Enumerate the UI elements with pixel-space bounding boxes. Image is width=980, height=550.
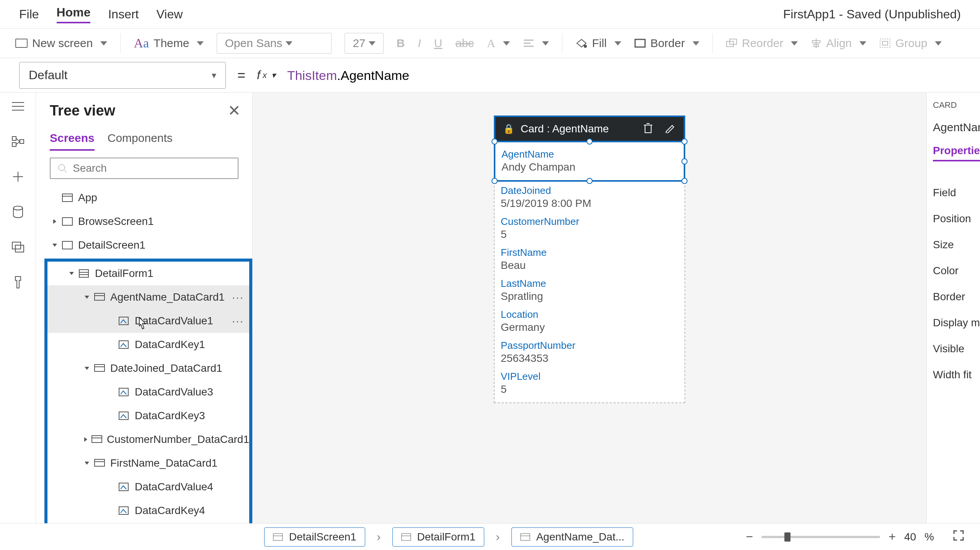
more-icon[interactable]: ··· <box>232 291 244 304</box>
tree-search-input[interactable] <box>50 158 238 179</box>
font-size-select[interactable]: 27 <box>345 33 383 54</box>
zoom-value: 40 <box>904 531 916 543</box>
tree-item-datejoined-datacard1[interactable]: DateJoined_DataCard1 <box>47 356 249 380</box>
menu-file[interactable]: File <box>19 7 39 21</box>
tree-item-datacardkey3[interactable]: DataCardKey3 <box>47 404 249 428</box>
svg-rect-27 <box>62 194 72 202</box>
formula-bar: Default ▾ = fx▾ ThisItem.AgentName <box>0 58 980 93</box>
selected-card-header[interactable]: 🔒 Card : AgentName <box>494 116 685 141</box>
insert-icon[interactable] <box>10 171 26 183</box>
media-icon[interactable] <box>10 241 26 253</box>
strike-button[interactable]: abc <box>456 37 474 50</box>
tree-item-app[interactable]: App <box>36 186 252 210</box>
tab-components[interactable]: Components <box>108 132 173 151</box>
reorder-button[interactable]: Reorder <box>726 37 798 50</box>
form-field-firstname[interactable]: FirstNameBeau <box>501 244 678 275</box>
props-type: CARD <box>933 100 980 110</box>
tree-item-detailform1[interactable]: DetailForm1 <box>47 262 249 285</box>
prop-row-visible[interactable]: Visible <box>933 343 980 355</box>
zoom-out-button[interactable]: − <box>746 530 753 544</box>
selected-data-card[interactable]: AgentNameAndy Champan <box>494 141 685 182</box>
menu-view[interactable]: View <box>157 7 183 21</box>
prop-row-color[interactable]: Color <box>933 265 980 277</box>
prop-row-field[interactable]: Field <box>933 187 980 199</box>
svg-rect-10 <box>880 39 890 47</box>
tree-item-browsescreen1[interactable]: BrowseScreen1 <box>36 210 252 233</box>
more-icon[interactable]: ··· <box>232 314 244 327</box>
font-color-button[interactable]: A <box>487 37 510 50</box>
form-field-datejoined[interactable]: DateJoined5/19/2019 8:00 PM <box>501 182 678 213</box>
search-icon <box>57 163 67 173</box>
form-field-passportnumber[interactable]: PassportNumber25634353 <box>501 337 678 368</box>
border-button[interactable]: Border <box>634 37 699 50</box>
svg-rect-55 <box>402 534 411 540</box>
svg-rect-44 <box>95 459 105 466</box>
tree-item-datacardkey1[interactable]: DataCardKey1 <box>47 333 249 356</box>
zoom-in-button[interactable]: + <box>889 530 896 544</box>
tree-item-lastname-datacard1[interactable]: LastName_DataCard1 <box>47 522 249 523</box>
form-field-customernumber[interactable]: CustomerNumber5 <box>501 213 678 244</box>
tree-item-agentname-datacard1[interactable]: AgentName_DataCard1··· <box>47 285 249 309</box>
form-field-lastname[interactable]: LastNameSpratling <box>501 275 678 306</box>
equals-sign: = <box>237 67 245 83</box>
new-screen-button[interactable]: New screen <box>15 37 107 50</box>
svg-point-3 <box>584 45 587 48</box>
menu-insert[interactable]: Insert <box>108 7 139 21</box>
breadcrumb-0[interactable]: DetailScreen1 <box>264 527 365 547</box>
props-tab-properties[interactable]: Properties <box>933 145 980 161</box>
svg-rect-17 <box>20 140 24 143</box>
tools-icon[interactable] <box>10 276 26 288</box>
data-icon[interactable] <box>10 206 26 218</box>
form-preview: 🔒 Card : AgentName AgentNameAndy Champan… <box>494 116 685 403</box>
menu-bar: File Home Insert View FirstApp1 - Saved … <box>0 0 980 28</box>
tree-view-icon[interactable] <box>10 135 26 148</box>
svg-line-19 <box>16 142 20 145</box>
underline-button[interactable]: U <box>434 37 443 50</box>
tree-item-datacardvalue3[interactable]: DataCardValue3 <box>47 380 249 404</box>
hamburger-icon[interactable] <box>10 100 26 112</box>
italic-button[interactable]: I <box>418 37 421 50</box>
align-button[interactable]: Align <box>811 37 866 50</box>
breadcrumb-2[interactable]: AgentName_Dat... <box>511 527 633 547</box>
svg-rect-42 <box>92 436 102 443</box>
form-field-viplevel[interactable]: VIPLevel5 <box>501 368 678 399</box>
svg-rect-46 <box>119 483 128 491</box>
svg-rect-36 <box>119 317 128 325</box>
svg-rect-38 <box>95 364 105 371</box>
edit-icon[interactable] <box>665 122 675 136</box>
tab-screens[interactable]: Screens <box>50 132 95 151</box>
bold-button[interactable]: B <box>397 37 405 50</box>
font-select[interactable]: Open Sans <box>217 33 332 54</box>
tree-item-datacardvalue1[interactable]: DataCardValue1··· <box>47 309 249 333</box>
formula-input[interactable]: ThisItem.AgentName <box>287 68 409 83</box>
menu-home[interactable]: Home <box>57 5 91 23</box>
form-field-location[interactable]: LocationGermany <box>501 306 678 337</box>
prop-row-size[interactable]: Size <box>933 239 980 251</box>
theme-button[interactable]: AaTheme <box>134 36 204 50</box>
fill-button[interactable]: Fill <box>575 37 621 50</box>
prop-row-width-fit[interactable]: Width fit <box>933 369 980 381</box>
tree-item-detailscreen1[interactable]: DetailScreen1 <box>36 233 252 257</box>
tree-item-firstname-datacard1[interactable]: FirstName_DataCard1 <box>47 451 249 475</box>
breadcrumb-1[interactable]: DetailForm1 <box>392 527 484 547</box>
delete-icon[interactable] <box>643 122 653 136</box>
prop-row-border[interactable]: Border <box>933 291 980 303</box>
property-select[interactable]: Default ▾ <box>19 62 226 89</box>
close-icon[interactable]: ✕ <box>228 102 241 119</box>
text-align-button[interactable] <box>523 39 549 48</box>
prop-row-position[interactable]: Position <box>933 213 980 225</box>
fullscreen-icon[interactable] <box>952 529 965 545</box>
left-rail <box>0 93 36 523</box>
tree-view-title: Tree view <box>50 103 115 119</box>
tree-item-datacardvalue4[interactable]: DataCardValue4 <box>47 475 249 499</box>
tree-item-datacardkey4[interactable]: DataCardKey4 <box>47 499 249 522</box>
canvas[interactable]: 🔒 Card : AgentName AgentNameAndy Champan… <box>253 93 926 523</box>
tree-item-customernumber-datacard1[interactable]: CustomerNumber_DataCard1 <box>47 428 249 451</box>
svg-rect-16 <box>12 143 16 146</box>
zoom-slider[interactable] <box>761 536 880 538</box>
group-button[interactable]: Group <box>879 37 942 50</box>
prop-row-display-mo[interactable]: Display mo <box>933 317 980 329</box>
svg-rect-31 <box>79 270 88 277</box>
fx-icon[interactable]: fx▾ <box>257 68 276 82</box>
svg-rect-15 <box>12 137 16 140</box>
